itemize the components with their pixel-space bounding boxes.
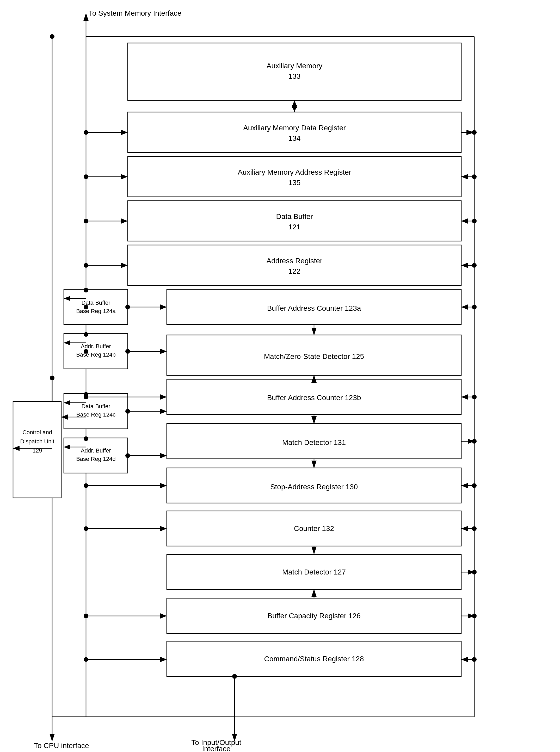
svg-marker-44 bbox=[160, 349, 167, 354]
svg-marker-81 bbox=[160, 526, 167, 531]
address-register-block bbox=[128, 245, 461, 285]
svg-marker-59 bbox=[312, 375, 317, 383]
svg-marker-100 bbox=[160, 657, 167, 662]
svg-marker-72 bbox=[312, 460, 317, 469]
svg-marker-64 bbox=[461, 394, 468, 400]
svg-marker-30 bbox=[461, 218, 468, 224]
control-dispatch-label: Control and bbox=[22, 429, 52, 436]
cpu-interface-label: To CPU interface bbox=[34, 741, 89, 750]
aux-mem-addr-reg-number: 135 bbox=[288, 179, 301, 186]
aux-mem-addr-reg-block bbox=[128, 156, 461, 197]
svg-marker-57 bbox=[461, 304, 468, 310]
svg-marker-33 bbox=[121, 263, 128, 268]
svg-point-89 bbox=[472, 570, 477, 574]
addr-buffer-base-124d-label: Addr. Buffer bbox=[81, 447, 111, 454]
addr-buffer-base-124b-label2: Base Reg 124b bbox=[76, 351, 116, 358]
svg-marker-61 bbox=[312, 416, 317, 424]
svg-marker-15 bbox=[121, 130, 128, 135]
data-buffer-base-124a-block bbox=[64, 289, 128, 324]
svg-marker-91 bbox=[312, 589, 317, 597]
svg-marker-7 bbox=[49, 734, 55, 741]
address-register-label: Address Register bbox=[266, 257, 323, 265]
svg-point-70 bbox=[472, 439, 477, 444]
svg-point-102 bbox=[472, 657, 477, 662]
command-status-reg-128-label: Command/Status Register 128 bbox=[264, 655, 364, 663]
svg-point-43 bbox=[125, 349, 130, 354]
svg-point-29 bbox=[472, 219, 477, 223]
aux-mem-data-reg-label: Auxiliary Memory Data Register bbox=[243, 124, 346, 132]
stop-address-reg-130-label: Stop-Address Register 130 bbox=[270, 483, 358, 491]
diagram: To System Memory Interface To CPU interf… bbox=[0, 0, 560, 752]
svg-marker-48 bbox=[160, 409, 167, 414]
data-buffer-block bbox=[128, 201, 461, 241]
svg-point-99 bbox=[84, 657, 88, 662]
aux-memory-block bbox=[128, 43, 461, 100]
aux-mem-data-reg-number: 134 bbox=[288, 134, 301, 142]
svg-point-37 bbox=[84, 288, 88, 293]
svg-point-39 bbox=[125, 305, 130, 310]
match-zero-detector-125-label: Match/Zero-State Detector 125 bbox=[264, 352, 364, 360]
svg-marker-54 bbox=[312, 328, 317, 335]
svg-point-83 bbox=[472, 526, 477, 531]
svg-marker-84 bbox=[461, 526, 468, 531]
svg-point-77 bbox=[472, 483, 477, 488]
match-detector-127-label: Match Detector 127 bbox=[282, 568, 346, 576]
svg-marker-21 bbox=[121, 174, 128, 179]
svg-point-47 bbox=[125, 409, 130, 414]
svg-marker-94 bbox=[160, 613, 167, 618]
svg-marker-103 bbox=[461, 657, 468, 662]
buffer-capacity-reg-126-label: Buffer Capacity Register 126 bbox=[267, 612, 360, 620]
svg-marker-75 bbox=[160, 483, 167, 488]
svg-marker-24 bbox=[461, 174, 468, 179]
addr-buffer-base-124d-label2: Base Reg 124d bbox=[76, 456, 116, 462]
data-buffer-base-124a-label2: Base Reg 124a bbox=[76, 308, 116, 314]
svg-point-115 bbox=[84, 349, 88, 354]
data-buffer-number: 121 bbox=[288, 223, 301, 231]
match-detector-131-label: Match Detector 131 bbox=[282, 438, 346, 447]
svg-marker-86 bbox=[312, 547, 317, 554]
data-buffer-label: Data Buffer bbox=[276, 213, 313, 220]
svg-marker-12 bbox=[292, 100, 297, 108]
svg-point-35 bbox=[472, 263, 477, 268]
svg-marker-78 bbox=[461, 483, 468, 488]
buffer-addr-counter-123a-label: Buffer Address Counter 123a bbox=[267, 304, 361, 312]
svg-point-51 bbox=[125, 453, 130, 458]
svg-marker-67 bbox=[160, 394, 167, 400]
svg-point-49 bbox=[84, 436, 88, 441]
addr-buffer-base-124b-label: Addr. Buffer bbox=[81, 343, 111, 350]
buffer-addr-counter-123b-label: Buffer Address Counter 123b bbox=[267, 394, 361, 402]
svg-point-23 bbox=[472, 174, 477, 179]
svg-marker-40 bbox=[160, 304, 167, 310]
counter-132-label: Counter 132 bbox=[294, 525, 334, 533]
io-interface-label2: Interface bbox=[202, 745, 231, 752]
svg-marker-27 bbox=[121, 218, 128, 224]
aux-memory-label: Auxiliary Memory bbox=[266, 62, 323, 70]
address-register-number: 122 bbox=[288, 267, 301, 275]
svg-marker-36 bbox=[461, 263, 468, 268]
svg-marker-5 bbox=[83, 13, 88, 21]
svg-marker-52 bbox=[160, 453, 167, 458]
svg-point-18 bbox=[472, 130, 477, 135]
svg-point-41 bbox=[84, 332, 88, 337]
system-memory-label: To System Memory Interface bbox=[88, 9, 181, 17]
svg-point-111 bbox=[50, 34, 55, 39]
aux-mem-addr-reg-label: Auxiliary Memory Address Register bbox=[238, 168, 351, 176]
aux-memory-number: 133 bbox=[288, 72, 301, 80]
aux-mem-data-reg-block bbox=[128, 112, 461, 153]
svg-point-114 bbox=[84, 305, 88, 310]
control-dispatch-label2: Dispatch Unit bbox=[20, 438, 55, 445]
data-buffer-base-124c-label: Data Buffer bbox=[82, 403, 111, 410]
svg-point-63 bbox=[472, 395, 477, 399]
svg-point-56 bbox=[472, 305, 477, 310]
